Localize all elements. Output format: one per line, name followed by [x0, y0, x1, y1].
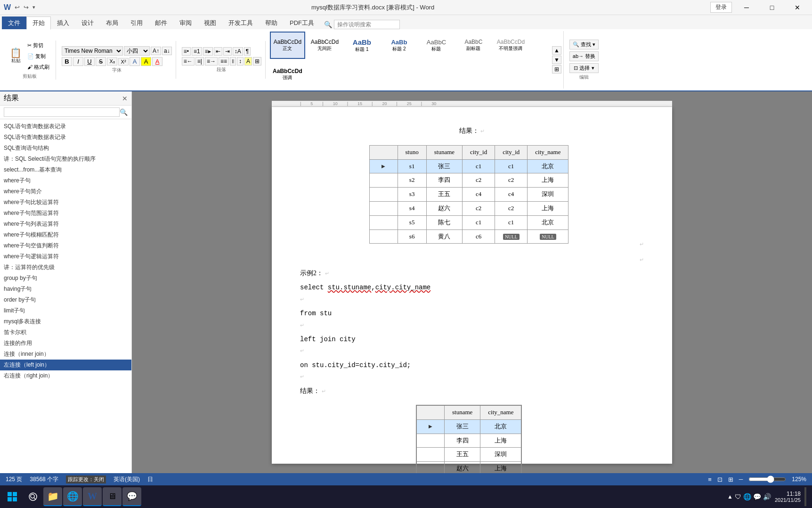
select-button[interactable]: ⊡ 选择 ▾	[569, 63, 599, 73]
borders-button[interactable]: ⊞	[253, 57, 261, 66]
superscript-button[interactable]: X²	[118, 58, 129, 66]
bold-button[interactable]: B	[62, 57, 72, 66]
subscript-button[interactable]: X₂	[107, 57, 117, 66]
font-name-select[interactable]: Times New Roman	[62, 46, 123, 56]
sidebar-item-11[interactable]: where子句空值判断符	[0, 240, 131, 251]
cut-button[interactable]: ✂ 剪切	[25, 41, 52, 50]
sidebar-search-input[interactable]	[4, 107, 120, 117]
quick-access-redo[interactable]: ↪	[24, 4, 29, 11]
style-normal[interactable]: AaBbCcDd 正文	[270, 32, 305, 59]
format-painter-button[interactable]: 🖌 格式刷	[25, 62, 52, 72]
justify-button[interactable]: ≡≡	[219, 57, 229, 66]
styles-more-button[interactable]: ⊞	[552, 65, 561, 74]
bullets-button[interactable]: ≡•	[182, 47, 191, 56]
font-size-increase-button[interactable]: A↑	[151, 47, 161, 55]
tab-view[interactable]: 视图	[198, 16, 222, 29]
sidebar-item-22[interactable]: 左连接（left join）	[0, 360, 131, 370]
increase-indent-button[interactable]: ⇥	[223, 47, 232, 56]
sidebar-item-8[interactable]: where子句范围运算符	[0, 208, 131, 219]
styles-down-button[interactable]: ▼	[552, 56, 561, 64]
read-view-button[interactable]: ≡	[708, 476, 712, 483]
align-right-button[interactable]: ≡→	[205, 57, 218, 66]
font-size-select[interactable]: 小四	[124, 46, 150, 56]
shading-button[interactable]: A	[244, 57, 252, 66]
sidebar-search-button[interactable]: 🔍	[120, 108, 128, 116]
style-title[interactable]: AaBbC 标题	[419, 32, 454, 59]
sidebar-item-12[interactable]: where子句逻辑运算符	[0, 251, 131, 262]
sidebar-item-3[interactable]: 讲：SQL Selecti语句完整的执行顺序	[0, 154, 131, 164]
sidebar-item-14[interactable]: group by子句	[0, 273, 131, 284]
word-taskbar-icon[interactable]: W	[83, 487, 102, 506]
tab-references[interactable]: 引用	[124, 16, 149, 29]
sidebar-item-9[interactable]: where子句列表运算符	[0, 219, 131, 229]
sidebar-item-15[interactable]: having子句	[0, 284, 131, 295]
web-layout-button[interactable]: ⊞	[728, 476, 733, 483]
italic-button[interactable]: I	[73, 57, 83, 66]
sidebar-item-16[interactable]: order by子句	[0, 295, 131, 305]
sidebar-item-0[interactable]: SQL语句查询数据表记录	[0, 121, 131, 132]
tab-help[interactable]: 帮助	[259, 16, 284, 29]
search-taskbar-icon[interactable]	[24, 487, 42, 506]
show-desktop-button[interactable]	[804, 487, 806, 506]
sidebar-item-20[interactable]: 连接的作用	[0, 338, 131, 349]
sidebar-item-4[interactable]: select...from...基本查询	[0, 164, 131, 175]
sidebar-item-5[interactable]: where子句	[0, 175, 131, 186]
sidebar-item-13[interactable]: 讲：运算符的优先级	[0, 262, 131, 273]
find-button[interactable]: 🔍 查找 ▾	[569, 40, 599, 49]
show-marks-button[interactable]: ¶	[244, 47, 251, 56]
numbering-button[interactable]: ≡1	[192, 47, 202, 56]
tab-pdf[interactable]: PDF工具	[284, 16, 320, 29]
quick-access-undo[interactable]: ↩	[15, 4, 20, 11]
style-emphasis[interactable]: AaBbCcDd 强调	[270, 61, 305, 88]
sidebar-item-7[interactable]: where子句比较运算符	[0, 197, 131, 208]
decrease-indent-button[interactable]: ⇤	[214, 47, 222, 56]
multilevel-list-button[interactable]: ≡▸	[203, 47, 213, 56]
login-button[interactable]: 登录	[710, 2, 732, 13]
tab-file[interactable]: 文件	[2, 16, 26, 29]
sidebar-item-18[interactable]: mysql多表连接	[0, 316, 131, 327]
print-layout-button[interactable]: ⊡	[717, 476, 723, 483]
restore-button[interactable]: □	[761, 0, 783, 15]
sidebar-item-10[interactable]: where子句模糊匹配符	[0, 229, 131, 240]
sidebar-item-1[interactable]: SQL语句查询数据表记录	[0, 132, 131, 143]
style-subtle[interactable]: AaBbCcDd 不明显强调	[493, 32, 528, 59]
wechat-taskbar-icon[interactable]: 💬	[122, 487, 141, 506]
text-effects-button[interactable]: A	[130, 57, 140, 66]
tab-review[interactable]: 审阅	[173, 16, 198, 29]
tab-design[interactable]: 设计	[75, 16, 100, 29]
sidebar-item-17[interactable]: limit子句	[0, 305, 131, 316]
tab-insert[interactable]: 插入	[51, 16, 75, 29]
minimize-button[interactable]: ─	[736, 0, 757, 15]
strikethrough-button[interactable]: S̶	[96, 57, 106, 66]
highlight-button[interactable]: A	[141, 57, 151, 66]
browser-taskbar-icon[interactable]: 🌐	[63, 487, 82, 506]
tab-home[interactable]: 开始	[26, 16, 51, 30]
close-button[interactable]: ✕	[787, 0, 808, 15]
sidebar-item-2[interactable]: SQL查询语句结构	[0, 143, 131, 154]
style-h2[interactable]: AaBb 标题 2	[382, 32, 417, 59]
copy-button[interactable]: 📄 复制	[25, 51, 52, 61]
tab-developer[interactable]: 开发工具	[222, 16, 259, 29]
sidebar-item-19[interactable]: 笛卡尔积	[0, 327, 131, 338]
tab-mail[interactable]: 邮件	[149, 16, 173, 29]
paste-button[interactable]: 📋 粘贴	[8, 47, 24, 66]
underline-button[interactable]: U	[84, 57, 95, 66]
start-button[interactable]	[2, 486, 23, 507]
terminal-taskbar-icon[interactable]: 🖥	[103, 487, 122, 506]
tab-layout[interactable]: 布局	[100, 16, 124, 29]
sidebar-item-23[interactable]: 右连接（right join）	[0, 370, 131, 381]
document-area[interactable]: | 5 | 10 | 15 | 20 | 25 | 30 结果： ↵	[132, 91, 812, 473]
align-center-button[interactable]: ≡|	[195, 57, 204, 66]
style-h1[interactable]: AaBb 标题 1	[344, 32, 380, 59]
sidebar-item-21[interactable]: 连接（inner join）	[0, 349, 131, 360]
sidebar-item-6[interactable]: where子句简介	[0, 186, 131, 197]
columns-button[interactable]: ⫴	[230, 57, 236, 66]
tray-icon-1[interactable]: ▲	[727, 493, 733, 500]
replace-button[interactable]: ab→ 替换	[569, 51, 599, 61]
style-subtitle[interactable]: AaBbC 副标题	[456, 32, 491, 59]
sort-button[interactable]: ↕A	[233, 47, 243, 56]
style-no-spacing[interactable]: AaBbCcDd 无间距	[307, 32, 342, 59]
sidebar-close-button[interactable]: ✕	[122, 95, 128, 102]
font-color-button[interactable]: A	[152, 57, 162, 66]
font-size-decrease-button[interactable]: a↓	[162, 47, 172, 55]
